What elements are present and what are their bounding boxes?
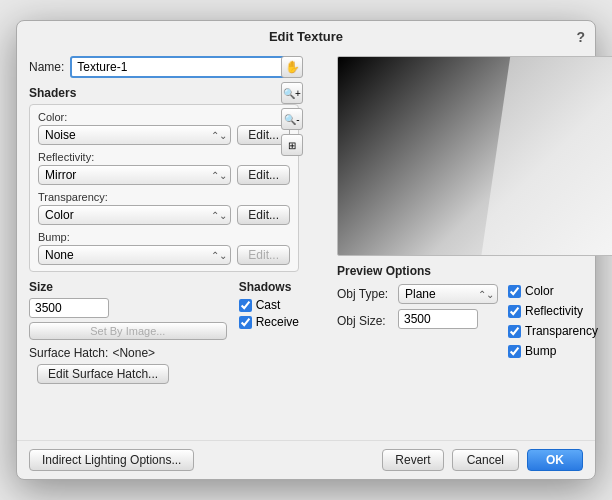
help-icon[interactable]: ?	[576, 29, 585, 45]
reflectivity-select[interactable]: Mirror None Blurry	[38, 165, 231, 185]
size-section: Size Set By Image...	[29, 280, 227, 340]
obj-size-row: Obj Size:	[337, 309, 498, 333]
zoom-out-icon[interactable]: 🔍-	[281, 108, 303, 130]
cast-checkbox-row: Cast	[239, 298, 299, 312]
bump-sublabel: Bump:	[38, 231, 290, 243]
preview-options-content: Obj Type: Plane Sphere Box ⌃⌄ Obj Size:	[337, 284, 598, 361]
preview-options-label: Preview Options	[337, 264, 598, 278]
reflectivity-sublabel: Reflectivity:	[38, 151, 290, 163]
preview-transparency-label: Transparency	[525, 324, 598, 338]
cast-checkbox[interactable]	[239, 299, 252, 312]
shadows-section: Shadows Cast Receive	[239, 280, 299, 340]
receive-label: Receive	[256, 315, 299, 329]
bump-controls: None Image Procedural ⌃⌄ Edit...	[38, 245, 290, 265]
size-label: Size	[29, 280, 227, 294]
zoom-in-icon[interactable]: 🔍+	[281, 82, 303, 104]
transparency-controls: Color None Solid ⌃⌄ Edit...	[38, 205, 290, 225]
shader-reflectivity-row: Reflectivity: Mirror None Blurry ⌃⌄ Edit…	[38, 151, 290, 185]
preview-color-row: Color	[508, 284, 598, 298]
preview-reflectivity-checkbox[interactable]	[508, 305, 521, 318]
obj-size-label: Obj Size:	[337, 314, 392, 328]
set-by-image-button[interactable]: Set By Image...	[29, 322, 227, 340]
shadows-label: Shadows	[239, 280, 299, 294]
pan-tool-icon[interactable]: ✋	[281, 56, 303, 78]
title-bar: Edit Texture ?	[17, 21, 595, 48]
transparency-select[interactable]: Color None Solid	[38, 205, 231, 225]
preview-transparency-row: Transparency	[508, 324, 598, 338]
dialog-title: Edit Texture	[269, 29, 343, 44]
shader-bump-row: Bump: None Image Procedural ⌃⌄ Edit...	[38, 231, 290, 265]
color-sublabel: Color:	[38, 111, 290, 123]
preview-reflectivity-label: Reflectivity	[525, 304, 583, 318]
shader-transparency-row: Transparency: Color None Solid ⌃⌄ Edit..…	[38, 191, 290, 225]
left-panel: Name: Shaders Color: Noise Solid Gradien…	[29, 56, 299, 432]
size-shadows-row: Size Set By Image... Shadows Cast Receiv…	[29, 280, 299, 340]
obj-fields: Obj Type: Plane Sphere Box ⌃⌄ Obj Size:	[337, 284, 498, 361]
name-input[interactable]	[70, 56, 299, 78]
color-controls: Noise Solid Gradient ⌃⌄ Edit...	[38, 125, 290, 145]
obj-type-row: Obj Type: Plane Sphere Box ⌃⌄	[337, 284, 498, 304]
toolbar-icons: ✋ 🔍+ 🔍- ⊞	[281, 56, 303, 156]
shaders-label: Shaders	[29, 86, 299, 100]
name-row: Name:	[29, 56, 299, 78]
cancel-button[interactable]: Cancel	[452, 449, 519, 471]
ok-button[interactable]: OK	[527, 449, 583, 471]
reflectivity-edit-button[interactable]: Edit...	[237, 165, 290, 185]
cast-label: Cast	[256, 298, 281, 312]
transparency-select-wrapper: Color None Solid ⌃⌄	[38, 205, 231, 225]
bump-select[interactable]: None Image Procedural	[38, 245, 231, 265]
texture-preview	[337, 56, 612, 256]
reflectivity-controls: Mirror None Blurry ⌃⌄ Edit...	[38, 165, 290, 185]
obj-type-label: Obj Type:	[337, 287, 392, 301]
right-panel: ✋ 🔍+ 🔍- ⊞ Preview Options Obj Type: Plan…	[309, 56, 598, 432]
preview-bump-checkbox[interactable]	[508, 345, 521, 358]
surface-hatch-label: Surface Hatch:	[29, 346, 108, 360]
size-input[interactable]	[29, 298, 109, 318]
obj-size-input[interactable]	[398, 309, 478, 329]
transparency-sublabel: Transparency:	[38, 191, 290, 203]
revert-button[interactable]: Revert	[382, 449, 443, 471]
preview-checkboxes: Color Reflectivity Transparency Bump	[508, 284, 598, 361]
color-select-wrapper: Noise Solid Gradient ⌃⌄	[38, 125, 231, 145]
edit-texture-dialog: Edit Texture ? Name: Shaders Color: N	[16, 20, 596, 480]
preview-reflectivity-row: Reflectivity	[508, 304, 598, 318]
shader-color-row: Color: Noise Solid Gradient ⌃⌄ Edit...	[38, 111, 290, 145]
receive-checkbox[interactable]	[239, 316, 252, 329]
bump-edit-button[interactable]: Edit...	[237, 245, 290, 265]
obj-type-select-wrapper: Plane Sphere Box ⌃⌄	[398, 284, 498, 304]
preview-bump-label: Bump	[525, 344, 556, 358]
dialog-footer: Indirect Lighting Options... Revert Canc…	[17, 440, 595, 479]
preview-transparency-checkbox[interactable]	[508, 325, 521, 338]
name-label: Name:	[29, 60, 64, 74]
obj-type-select[interactable]: Plane Sphere Box	[398, 284, 498, 304]
receive-checkbox-row: Receive	[239, 315, 299, 329]
fit-icon[interactable]: ⊞	[281, 134, 303, 156]
preview-color-label: Color	[525, 284, 554, 298]
surface-hatch-value: <None>	[112, 346, 155, 360]
reflectivity-select-wrapper: Mirror None Blurry ⌃⌄	[38, 165, 231, 185]
bump-select-wrapper: None Image Procedural ⌃⌄	[38, 245, 231, 265]
preview-wrapper: ✋ 🔍+ 🔍- ⊞	[309, 56, 598, 264]
transparency-edit-button[interactable]: Edit...	[237, 205, 290, 225]
edit-surface-hatch-button[interactable]: Edit Surface Hatch...	[37, 364, 169, 384]
shaders-section: Color: Noise Solid Gradient ⌃⌄ Edit...	[29, 104, 299, 272]
dialog-body: Name: Shaders Color: Noise Solid Gradien…	[17, 48, 595, 440]
indirect-lighting-button[interactable]: Indirect Lighting Options...	[29, 449, 194, 471]
preview-bump-row: Bump	[508, 344, 598, 358]
color-select[interactable]: Noise Solid Gradient	[38, 125, 231, 145]
preview-color-checkbox[interactable]	[508, 285, 521, 298]
surface-hatch-row: Surface Hatch: <None>	[29, 346, 299, 360]
